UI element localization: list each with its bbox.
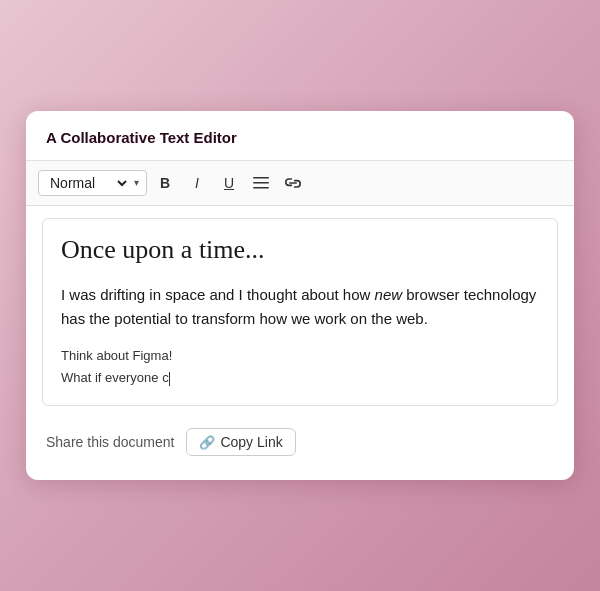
- share-section: Share this document 🔗 Copy Link: [26, 418, 574, 456]
- copy-link-label: Copy Link: [220, 434, 282, 450]
- list-icon: [253, 176, 269, 190]
- share-label: Share this document: [46, 434, 174, 450]
- chevron-down-icon: ▾: [134, 177, 139, 188]
- editor-line-1: Think about Figma!: [61, 345, 539, 367]
- editor-content-area[interactable]: Once upon a time... I was drifting in sp…: [42, 218, 558, 406]
- svg-rect-0: [253, 177, 269, 179]
- app-window: A Collaborative Text Editor Normal Headi…: [26, 111, 574, 480]
- paragraph-text-before-italic: I was drifting in space and I thought ab…: [61, 286, 375, 303]
- underline-button[interactable]: U: [215, 169, 243, 197]
- formatting-toolbar: Normal Heading 1 Heading 2 Heading 3 ▾ B…: [26, 161, 574, 206]
- svg-rect-2: [253, 187, 269, 189]
- editor-heading: Once upon a time...: [61, 235, 539, 265]
- editor-small-text: Think about Figma! What if everyone c: [61, 345, 539, 389]
- link-icon: [285, 176, 301, 190]
- list-button[interactable]: [247, 169, 275, 197]
- italic-button[interactable]: I: [183, 169, 211, 197]
- link-button[interactable]: [279, 169, 307, 197]
- italic-word: new: [375, 286, 403, 303]
- format-select[interactable]: Normal Heading 1 Heading 2 Heading 3: [46, 174, 130, 192]
- format-select-wrapper[interactable]: Normal Heading 1 Heading 2 Heading 3 ▾: [38, 170, 147, 196]
- copy-link-icon: 🔗: [199, 435, 215, 450]
- svg-rect-1: [253, 182, 269, 184]
- window-title: A Collaborative Text Editor: [26, 111, 574, 161]
- editor-paragraph: I was drifting in space and I thought ab…: [61, 283, 539, 331]
- copy-link-button[interactable]: 🔗 Copy Link: [186, 428, 295, 456]
- bold-button[interactable]: B: [151, 169, 179, 197]
- text-cursor: [169, 372, 170, 386]
- editor-line-2: What if everyone c: [61, 367, 539, 389]
